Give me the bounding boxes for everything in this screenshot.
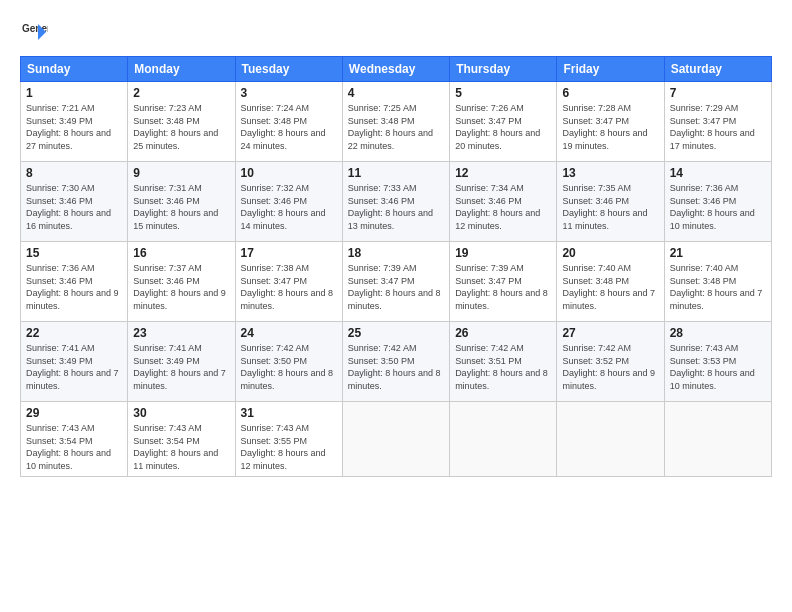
table-row bbox=[342, 402, 449, 477]
day-info: Sunrise: 7:35 AMSunset: 3:46 PMDaylight:… bbox=[562, 182, 658, 232]
table-row bbox=[664, 402, 771, 477]
table-row bbox=[450, 402, 557, 477]
table-row: 25 Sunrise: 7:42 AMSunset: 3:50 PMDaylig… bbox=[342, 322, 449, 402]
day-number: 26 bbox=[455, 326, 551, 340]
day-info: Sunrise: 7:33 AMSunset: 3:46 PMDaylight:… bbox=[348, 182, 444, 232]
day-info: Sunrise: 7:34 AMSunset: 3:46 PMDaylight:… bbox=[455, 182, 551, 232]
day-number: 29 bbox=[26, 406, 122, 420]
day-number: 2 bbox=[133, 86, 229, 100]
day-number: 25 bbox=[348, 326, 444, 340]
table-row: 17 Sunrise: 7:38 AMSunset: 3:47 PMDaylig… bbox=[235, 242, 342, 322]
table-row: 9 Sunrise: 7:31 AMSunset: 3:46 PMDayligh… bbox=[128, 162, 235, 242]
day-info: Sunrise: 7:40 AMSunset: 3:48 PMDaylight:… bbox=[562, 262, 658, 312]
day-info: Sunrise: 7:36 AMSunset: 3:46 PMDaylight:… bbox=[26, 262, 122, 312]
table-row: 2 Sunrise: 7:23 AMSunset: 3:48 PMDayligh… bbox=[128, 82, 235, 162]
day-info: Sunrise: 7:43 AMSunset: 3:54 PMDaylight:… bbox=[26, 422, 122, 472]
table-row: 7 Sunrise: 7:29 AMSunset: 3:47 PMDayligh… bbox=[664, 82, 771, 162]
day-info: Sunrise: 7:29 AMSunset: 3:47 PMDaylight:… bbox=[670, 102, 766, 152]
table-row: 5 Sunrise: 7:26 AMSunset: 3:47 PMDayligh… bbox=[450, 82, 557, 162]
table-row bbox=[557, 402, 664, 477]
day-info: Sunrise: 7:31 AMSunset: 3:46 PMDaylight:… bbox=[133, 182, 229, 232]
col-header-saturday: Saturday bbox=[664, 57, 771, 82]
day-number: 3 bbox=[241, 86, 337, 100]
table-row: 21 Sunrise: 7:40 AMSunset: 3:48 PMDaylig… bbox=[664, 242, 771, 322]
day-info: Sunrise: 7:39 AMSunset: 3:47 PMDaylight:… bbox=[348, 262, 444, 312]
table-row: 13 Sunrise: 7:35 AMSunset: 3:46 PMDaylig… bbox=[557, 162, 664, 242]
day-number: 23 bbox=[133, 326, 229, 340]
day-number: 7 bbox=[670, 86, 766, 100]
day-number: 4 bbox=[348, 86, 444, 100]
day-number: 13 bbox=[562, 166, 658, 180]
day-info: Sunrise: 7:41 AMSunset: 3:49 PMDaylight:… bbox=[133, 342, 229, 392]
table-row: 4 Sunrise: 7:25 AMSunset: 3:48 PMDayligh… bbox=[342, 82, 449, 162]
col-header-wednesday: Wednesday bbox=[342, 57, 449, 82]
day-number: 16 bbox=[133, 246, 229, 260]
page-header: General bbox=[20, 18, 772, 46]
day-number: 6 bbox=[562, 86, 658, 100]
day-info: Sunrise: 7:43 AMSunset: 3:53 PMDaylight:… bbox=[670, 342, 766, 392]
day-info: Sunrise: 7:40 AMSunset: 3:48 PMDaylight:… bbox=[670, 262, 766, 312]
table-row: 12 Sunrise: 7:34 AMSunset: 3:46 PMDaylig… bbox=[450, 162, 557, 242]
day-number: 30 bbox=[133, 406, 229, 420]
table-row: 11 Sunrise: 7:33 AMSunset: 3:46 PMDaylig… bbox=[342, 162, 449, 242]
table-row: 1 Sunrise: 7:21 AMSunset: 3:49 PMDayligh… bbox=[21, 82, 128, 162]
day-number: 27 bbox=[562, 326, 658, 340]
day-number: 24 bbox=[241, 326, 337, 340]
day-info: Sunrise: 7:24 AMSunset: 3:48 PMDaylight:… bbox=[241, 102, 337, 152]
day-info: Sunrise: 7:36 AMSunset: 3:46 PMDaylight:… bbox=[670, 182, 766, 232]
day-info: Sunrise: 7:28 AMSunset: 3:47 PMDaylight:… bbox=[562, 102, 658, 152]
day-info: Sunrise: 7:21 AMSunset: 3:49 PMDaylight:… bbox=[26, 102, 122, 152]
table-row: 22 Sunrise: 7:41 AMSunset: 3:49 PMDaylig… bbox=[21, 322, 128, 402]
table-row: 18 Sunrise: 7:39 AMSunset: 3:47 PMDaylig… bbox=[342, 242, 449, 322]
day-number: 17 bbox=[241, 246, 337, 260]
day-info: Sunrise: 7:42 AMSunset: 3:50 PMDaylight:… bbox=[241, 342, 337, 392]
day-info: Sunrise: 7:39 AMSunset: 3:47 PMDaylight:… bbox=[455, 262, 551, 312]
day-number: 21 bbox=[670, 246, 766, 260]
table-row: 28 Sunrise: 7:43 AMSunset: 3:53 PMDaylig… bbox=[664, 322, 771, 402]
table-row: 20 Sunrise: 7:40 AMSunset: 3:48 PMDaylig… bbox=[557, 242, 664, 322]
col-header-sunday: Sunday bbox=[21, 57, 128, 82]
table-row: 30 Sunrise: 7:43 AMSunset: 3:54 PMDaylig… bbox=[128, 402, 235, 477]
day-info: Sunrise: 7:43 AMSunset: 3:54 PMDaylight:… bbox=[133, 422, 229, 472]
table-row: 24 Sunrise: 7:42 AMSunset: 3:50 PMDaylig… bbox=[235, 322, 342, 402]
table-row: 23 Sunrise: 7:41 AMSunset: 3:49 PMDaylig… bbox=[128, 322, 235, 402]
day-number: 31 bbox=[241, 406, 337, 420]
table-row: 3 Sunrise: 7:24 AMSunset: 3:48 PMDayligh… bbox=[235, 82, 342, 162]
day-info: Sunrise: 7:42 AMSunset: 3:52 PMDaylight:… bbox=[562, 342, 658, 392]
day-number: 22 bbox=[26, 326, 122, 340]
table-row: 26 Sunrise: 7:42 AMSunset: 3:51 PMDaylig… bbox=[450, 322, 557, 402]
day-number: 9 bbox=[133, 166, 229, 180]
table-row: 8 Sunrise: 7:30 AMSunset: 3:46 PMDayligh… bbox=[21, 162, 128, 242]
day-info: Sunrise: 7:30 AMSunset: 3:46 PMDaylight:… bbox=[26, 182, 122, 232]
table-row: 16 Sunrise: 7:37 AMSunset: 3:46 PMDaylig… bbox=[128, 242, 235, 322]
day-number: 1 bbox=[26, 86, 122, 100]
day-info: Sunrise: 7:32 AMSunset: 3:46 PMDaylight:… bbox=[241, 182, 337, 232]
table-row: 14 Sunrise: 7:36 AMSunset: 3:46 PMDaylig… bbox=[664, 162, 771, 242]
day-info: Sunrise: 7:42 AMSunset: 3:50 PMDaylight:… bbox=[348, 342, 444, 392]
day-number: 8 bbox=[26, 166, 122, 180]
day-info: Sunrise: 7:25 AMSunset: 3:48 PMDaylight:… bbox=[348, 102, 444, 152]
table-row: 31 Sunrise: 7:43 AMSunset: 3:55 PMDaylig… bbox=[235, 402, 342, 477]
day-number: 11 bbox=[348, 166, 444, 180]
table-row: 19 Sunrise: 7:39 AMSunset: 3:47 PMDaylig… bbox=[450, 242, 557, 322]
logo-icon: General bbox=[20, 18, 48, 46]
col-header-monday: Monday bbox=[128, 57, 235, 82]
calendar-table: SundayMondayTuesdayWednesdayThursdayFrid… bbox=[20, 56, 772, 477]
col-header-friday: Friday bbox=[557, 57, 664, 82]
logo: General bbox=[20, 18, 52, 46]
day-info: Sunrise: 7:43 AMSunset: 3:55 PMDaylight:… bbox=[241, 422, 337, 472]
day-number: 12 bbox=[455, 166, 551, 180]
day-number: 5 bbox=[455, 86, 551, 100]
day-info: Sunrise: 7:23 AMSunset: 3:48 PMDaylight:… bbox=[133, 102, 229, 152]
table-row: 6 Sunrise: 7:28 AMSunset: 3:47 PMDayligh… bbox=[557, 82, 664, 162]
day-number: 28 bbox=[670, 326, 766, 340]
day-number: 20 bbox=[562, 246, 658, 260]
table-row: 29 Sunrise: 7:43 AMSunset: 3:54 PMDaylig… bbox=[21, 402, 128, 477]
day-info: Sunrise: 7:41 AMSunset: 3:49 PMDaylight:… bbox=[26, 342, 122, 392]
day-info: Sunrise: 7:38 AMSunset: 3:47 PMDaylight:… bbox=[241, 262, 337, 312]
col-header-tuesday: Tuesday bbox=[235, 57, 342, 82]
day-info: Sunrise: 7:37 AMSunset: 3:46 PMDaylight:… bbox=[133, 262, 229, 312]
day-number: 10 bbox=[241, 166, 337, 180]
col-header-thursday: Thursday bbox=[450, 57, 557, 82]
day-number: 15 bbox=[26, 246, 122, 260]
